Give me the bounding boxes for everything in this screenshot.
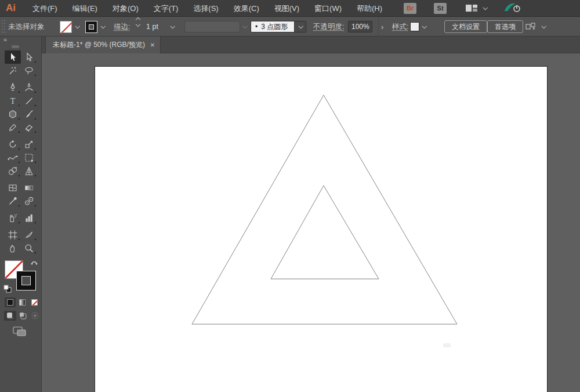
tool-paintbrush[interactable] (21, 107, 37, 121)
tool-eyedropper[interactable] (5, 194, 21, 208)
align-panel-button[interactable] (525, 17, 537, 37)
stroke-dropdown-chevron-icon[interactable] (100, 24, 105, 28)
change-screen-mode-button[interactable] (13, 326, 41, 339)
tool-curvature[interactable] (21, 81, 37, 94)
symbol-sprayer-icon (8, 213, 18, 223)
panel-chevron-icon[interactable] (541, 24, 546, 28)
tool-magic-wand[interactable] (5, 64, 21, 77)
default-fill-stroke-icon[interactable] (3, 285, 12, 293)
brush-definition-dropdown[interactable]: • 3 点圆形 (251, 21, 295, 32)
menu-bar: Ai 文件(F) 编辑(E) 对象(O) 文字(T) 选择(S) 效果(C) 视… (0, 0, 580, 17)
style-swatch[interactable] (410, 22, 419, 31)
stroke-weight-chevron-icon[interactable] (170, 24, 175, 28)
tool-scale[interactable] (21, 137, 37, 151)
stroke-weight-stepper[interactable] (136, 17, 140, 37)
tool-column-graph[interactable] (21, 211, 37, 224)
bridge-badge-icon[interactable]: Br (404, 3, 416, 14)
draw-behind-icon (19, 312, 27, 320)
brush-chevron-icon (298, 24, 303, 28)
menu-type[interactable]: 文字(T) (146, 0, 186, 17)
outer-triangle-shape[interactable] (192, 95, 457, 324)
tool-symbol-sprayer[interactable] (5, 211, 21, 224)
tool-direct-selection[interactable] (21, 50, 37, 64)
stroke-proxy-swatch[interactable] (16, 271, 36, 291)
pen-icon (8, 82, 18, 93)
brush-name: 3 点圆形 (261, 22, 288, 32)
menu-help[interactable]: 帮助(H) (349, 0, 390, 17)
scale-icon (24, 139, 34, 150)
opacity-label[interactable]: 不透明度: (313, 17, 344, 37)
menu-window[interactable]: 窗口(W) (307, 0, 349, 17)
menu-edit[interactable]: 编辑(E) (65, 0, 105, 17)
tool-free-transform[interactable] (21, 151, 37, 164)
tool-zoom[interactable] (21, 241, 37, 255)
inner-triangle-shape[interactable] (271, 186, 379, 279)
menu-effect[interactable]: 效果(C) (226, 0, 267, 17)
tool-type[interactable]: T (5, 94, 21, 107)
close-tab-icon[interactable]: × (150, 41, 155, 49)
tool-perspective-grid[interactable] (21, 164, 37, 177)
tool-blend[interactable] (21, 194, 37, 208)
menu-object[interactable]: 对象(O) (105, 0, 146, 17)
tool-hand[interactable] (5, 241, 21, 255)
color-mode-row (5, 297, 41, 307)
fill-dropdown-chevron-icon[interactable] (75, 24, 79, 28)
brush-dropdown-button[interactable] (295, 21, 306, 32)
document-area: 未标题-1* @ 50% (RGB/预览) × (42, 37, 580, 392)
ai-logo: Ai (6, 2, 16, 14)
tool-selection[interactable] (5, 50, 21, 64)
cs-live-button[interactable] (503, 2, 523, 15)
menu-file[interactable]: 文件(F) (25, 0, 65, 17)
canvas-scroll-area[interactable] (42, 53, 580, 392)
menu-view[interactable]: 视图(V) (267, 0, 307, 17)
stock-badge-icon[interactable]: St (434, 3, 447, 14)
tool-mesh[interactable] (5, 181, 21, 194)
shape-builder-icon (8, 166, 18, 176)
cs-live-feather-icon (503, 2, 523, 13)
tool-rotate[interactable] (5, 137, 21, 151)
draw-inside-button[interactable] (29, 311, 41, 321)
tool-line-segment[interactable] (21, 94, 37, 107)
fill-color-swatch[interactable] (60, 21, 72, 33)
opacity-more-button[interactable]: › (378, 17, 386, 37)
none-fill-slash-icon (61, 21, 72, 33)
tool-eraser[interactable] (21, 121, 37, 134)
menu-select[interactable]: 选择(S) (186, 0, 226, 17)
screen-mode-icon (13, 326, 27, 337)
artboard[interactable] (95, 66, 548, 392)
gradient-icon (24, 183, 34, 193)
stroke-weight-label[interactable]: 描边: (114, 17, 130, 37)
draw-behind-button[interactable] (17, 311, 29, 321)
preferences-button[interactable]: 首选项 (487, 20, 523, 33)
tool-width[interactable] (5, 151, 21, 164)
none-button[interactable] (29, 297, 40, 307)
draw-normal-button[interactable] (4, 311, 16, 321)
tool-shape-builder[interactable] (5, 164, 21, 177)
stepper-down-icon[interactable] (136, 22, 140, 27)
document-tab[interactable]: 未标题-1* @ 50% (RGB/预览) × (45, 37, 161, 53)
stroke-color-swatch[interactable] (85, 21, 97, 33)
selection-status-label: 未选择对象 (8, 17, 45, 37)
panel-drag-strip[interactable] (12, 45, 19, 48)
workspace-switcher[interactable] (465, 4, 487, 13)
panel-grip-handle[interactable] (1, 19, 5, 34)
tool-artboard[interactable] (5, 228, 21, 241)
style-chevron-icon[interactable] (422, 24, 426, 28)
style-label[interactable]: 样式: (392, 17, 408, 37)
tool-polygon[interactable] (5, 107, 21, 121)
draw-inside-icon (31, 312, 39, 320)
swap-fill-stroke-icon[interactable] (30, 259, 38, 266)
tool-lasso[interactable] (21, 64, 37, 77)
slice-icon (24, 230, 34, 240)
color-button[interactable] (5, 297, 16, 307)
draw-normal-icon (6, 312, 14, 320)
tool-pencil[interactable] (5, 121, 21, 134)
stroke-weight-value[interactable]: 1 pt (146, 17, 158, 37)
document-setup-button[interactable]: 文档设置 (444, 20, 487, 33)
tool-pen[interactable] (5, 81, 21, 94)
gradient-button[interactable] (17, 297, 28, 307)
opacity-input[interactable]: 100% (348, 21, 372, 32)
tool-gradient[interactable] (21, 181, 37, 194)
collapse-panel-button[interactable]: « (0, 37, 41, 44)
tool-slice[interactable] (21, 228, 37, 241)
